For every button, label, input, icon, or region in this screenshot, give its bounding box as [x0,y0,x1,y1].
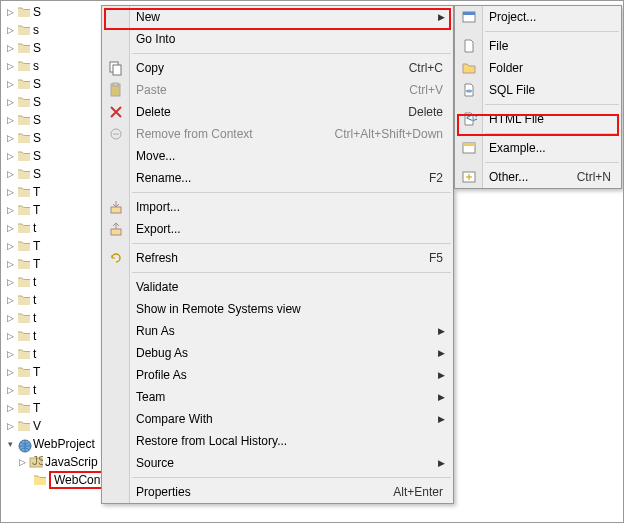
menu-refresh[interactable]: RefreshF5 [102,247,453,269]
expand-arrow-icon[interactable]: ▷ [5,223,15,233]
tree-item[interactable]: ▷t [1,309,106,327]
expand-arrow-icon[interactable]: ▷ [5,7,15,17]
submenu-file[interactable]: File [455,35,621,57]
menu-compare[interactable]: Compare With▶ [102,408,453,430]
menu-import[interactable]: Import... [102,196,453,218]
tree-item[interactable]: ▷S [1,39,106,57]
folder-icon [17,276,31,288]
menu-export[interactable]: Export... [102,218,453,240]
menu-source[interactable]: Source▶ [102,452,453,474]
tree-item[interactable]: ▷s [1,57,106,75]
expand-arrow-icon[interactable]: ▷ [5,151,15,161]
menu-label: SQL File [489,83,535,97]
tree-item[interactable]: ▷s [1,21,106,39]
tree-item-webcontent[interactable]: WebContent [1,471,106,489]
tree-item[interactable]: ▷t [1,219,106,237]
tree-item[interactable]: ▷S [1,147,106,165]
tree-label: t [33,293,36,307]
file-icon [461,38,477,54]
menu-label: Export... [136,222,181,236]
expand-arrow-icon[interactable]: ▷ [5,295,15,305]
tree-item[interactable]: ▷t [1,381,106,399]
menu-label: Remove from Context [136,127,253,141]
expand-arrow-icon[interactable]: ▷ [5,241,15,251]
submenu-project[interactable]: Project... [455,6,621,28]
menu-debug-as[interactable]: Debug As▶ [102,342,453,364]
menu-rename[interactable]: Rename...F2 [102,167,453,189]
expand-arrow-icon[interactable]: ▷ [5,169,15,179]
expand-arrow-icon[interactable]: ▷ [5,277,15,287]
tree-label: t [33,311,36,325]
remove-context-icon [108,126,124,142]
menu-label: Team [136,390,165,404]
submenu-html[interactable]: <> HTML File [455,108,621,130]
expand-arrow-icon[interactable]: ▷ [5,115,15,125]
tree-item[interactable]: ▷S [1,93,106,111]
tree-item[interactable]: ▷T [1,237,106,255]
submenu-sql[interactable]: SQL File [455,79,621,101]
expand-arrow-icon[interactable]: ▷ [5,259,15,269]
menu-profile-as[interactable]: Profile As▶ [102,364,453,386]
folder-icon [17,114,31,126]
tree-item[interactable]: ▷S [1,75,106,93]
menu-team[interactable]: Team▶ [102,386,453,408]
tree-item-js-resources[interactable]: ▷JSJavaScrip [1,453,106,471]
tree-item[interactable]: ▷T [1,201,106,219]
menu-label: Rename... [136,171,191,185]
tree-item[interactable]: ▷t [1,291,106,309]
svg-rect-15 [463,143,475,146]
tree-item[interactable]: ▷S [1,111,106,129]
expand-arrow-icon[interactable]: ▷ [5,313,15,323]
expand-arrow-icon[interactable]: ▷ [5,367,15,377]
expand-arrow-icon[interactable]: ▷ [5,205,15,215]
expand-arrow-icon[interactable]: ▷ [17,457,27,467]
expand-arrow-icon[interactable]: ▷ [5,97,15,107]
submenu-example[interactable]: Example... [455,137,621,159]
expand-arrow-icon[interactable]: ▷ [5,43,15,53]
expand-arrow-icon[interactable]: ▷ [5,403,15,413]
menu-new[interactable]: New ▶ [102,6,453,28]
tree-item[interactable]: ▷T [1,363,106,381]
submenu-other[interactable]: Other...Ctrl+N [455,166,621,188]
menu-label: Restore from Local History... [136,434,287,448]
tree-item[interactable]: ▷S [1,3,106,21]
expand-arrow-icon[interactable]: ▷ [5,133,15,143]
tree-item[interactable]: ▷t [1,345,106,363]
menu-show-remote[interactable]: Show in Remote Systems view [102,298,453,320]
tree-item[interactable]: ▷T [1,255,106,273]
expand-arrow-icon[interactable]: ▷ [5,331,15,341]
expand-arrow-icon[interactable]: ▾ [5,439,15,449]
expand-arrow-icon[interactable]: ▷ [5,187,15,197]
tree-item[interactable]: ▷V [1,417,106,435]
menu-label: Project... [489,10,536,24]
tree-item[interactable]: ▷t [1,327,106,345]
tree-item[interactable]: ▷t [1,273,106,291]
folder-icon [17,240,31,252]
expand-arrow-icon[interactable]: ▷ [5,25,15,35]
menu-delete[interactable]: DeleteDelete [102,101,453,123]
menu-move[interactable]: Move... [102,145,453,167]
menu-restore[interactable]: Restore from Local History... [102,430,453,452]
menu-remove-context: Remove from ContextCtrl+Alt+Shift+Down [102,123,453,145]
submenu-folder[interactable]: Folder [455,57,621,79]
menu-label: Paste [136,83,167,97]
expand-arrow-icon[interactable]: ▷ [5,349,15,359]
tree-item[interactable]: ▷S [1,165,106,183]
menu-go-into[interactable]: Go Into [102,28,453,50]
tree-item[interactable]: ▷T [1,183,106,201]
expand-arrow-icon[interactable]: ▷ [5,79,15,89]
expand-arrow-icon[interactable]: ▷ [5,421,15,431]
expand-arrow-icon[interactable]: ▷ [5,61,15,71]
menu-validate[interactable]: Validate [102,276,453,298]
tree-item[interactable]: ▷T [1,399,106,417]
folder-icon [17,78,31,90]
menu-run-as[interactable]: Run As▶ [102,320,453,342]
tree-item-webproject[interactable]: ▾WebProject [1,435,106,453]
menu-properties[interactable]: PropertiesAlt+Enter [102,481,453,503]
expand-arrow-icon[interactable]: ▷ [5,385,15,395]
delete-icon [108,104,124,120]
tree-item[interactable]: ▷S [1,129,106,147]
menu-copy[interactable]: CopyCtrl+C [102,57,453,79]
project-tree[interactable]: ▷S▷s▷S▷s▷S▷S▷S▷S▷S▷S▷T▷T▷t▷T▷T▷t▷t▷t▷t▷t… [1,1,106,522]
submenu-arrow-icon: ▶ [438,326,445,336]
